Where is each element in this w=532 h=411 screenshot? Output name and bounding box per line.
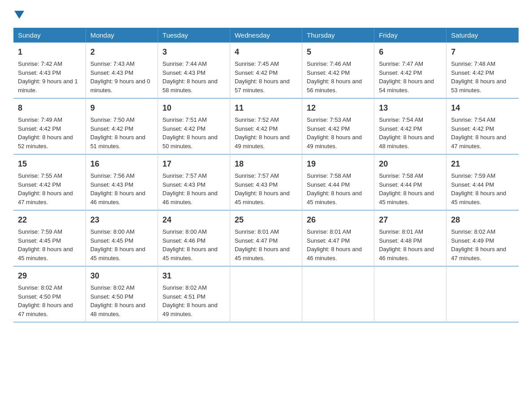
day-info: Sunrise: 7:43 AMSunset: 4:43 PMDaylight:… xyxy=(90,60,153,94)
calendar-cell: 22Sunrise: 7:59 AMSunset: 4:45 PMDayligh… xyxy=(13,210,86,266)
week-row-2: 8Sunrise: 7:49 AMSunset: 4:42 PMDaylight… xyxy=(13,98,519,154)
calendar-cell: 23Sunrise: 8:00 AMSunset: 4:45 PMDayligh… xyxy=(86,210,158,266)
day-info: Sunrise: 7:53 AMSunset: 4:42 PMDaylight:… xyxy=(307,116,369,150)
calendar-cell: 1Sunrise: 7:42 AMSunset: 4:43 PMDaylight… xyxy=(13,43,86,98)
calendar-cell: 8Sunrise: 7:49 AMSunset: 4:42 PMDaylight… xyxy=(13,98,86,154)
day-number: 1 xyxy=(18,46,81,58)
calendar-cell: 28Sunrise: 8:02 AMSunset: 4:49 PMDayligh… xyxy=(446,210,519,266)
day-info: Sunrise: 8:01 AMSunset: 4:47 PMDaylight:… xyxy=(307,227,369,262)
day-number: 12 xyxy=(307,102,369,114)
day-info: Sunrise: 7:50 AMSunset: 4:42 PMDaylight:… xyxy=(90,116,153,150)
day-number: 24 xyxy=(163,214,225,226)
day-number: 28 xyxy=(451,214,514,226)
calendar-cell: 11Sunrise: 7:52 AMSunset: 4:42 PMDayligh… xyxy=(230,98,302,154)
day-info: Sunrise: 7:56 AMSunset: 4:43 PMDaylight:… xyxy=(90,171,153,206)
weekday-header-friday: Friday xyxy=(374,28,446,43)
day-info: Sunrise: 7:44 AMSunset: 4:43 PMDaylight:… xyxy=(163,60,225,94)
weekday-header-saturday: Saturday xyxy=(446,28,519,43)
day-info: Sunrise: 7:54 AMSunset: 4:42 PMDaylight:… xyxy=(379,116,442,150)
calendar-cell: 7Sunrise: 7:48 AMSunset: 4:42 PMDaylight… xyxy=(446,43,519,98)
calendar-cell: 19Sunrise: 7:58 AMSunset: 4:44 PMDayligh… xyxy=(302,154,374,210)
logo xyxy=(13,9,24,19)
week-row-5: 29Sunrise: 8:02 AMSunset: 4:50 PMDayligh… xyxy=(13,266,519,322)
calendar-cell: 16Sunrise: 7:56 AMSunset: 4:43 PMDayligh… xyxy=(86,154,158,210)
page-header xyxy=(13,9,519,19)
day-info: Sunrise: 8:00 AMSunset: 4:46 PMDaylight:… xyxy=(163,227,225,262)
calendar-table: SundayMondayTuesdayWednesdayThursdayFrid… xyxy=(13,28,519,322)
day-number: 5 xyxy=(307,46,369,58)
calendar-cell: 4Sunrise: 7:45 AMSunset: 4:42 PMDaylight… xyxy=(230,43,302,98)
weekday-header-thursday: Thursday xyxy=(302,28,374,43)
calendar-cell xyxy=(302,266,374,322)
calendar-cell: 9Sunrise: 7:50 AMSunset: 4:42 PMDaylight… xyxy=(86,98,158,154)
day-number: 18 xyxy=(235,158,297,170)
day-number: 16 xyxy=(90,158,153,170)
day-info: Sunrise: 8:02 AMSunset: 4:51 PMDaylight:… xyxy=(163,283,225,318)
calendar-cell xyxy=(446,266,519,322)
weekday-header-wednesday: Wednesday xyxy=(230,28,302,43)
day-number: 20 xyxy=(379,158,442,170)
day-number: 13 xyxy=(379,102,442,114)
day-info: Sunrise: 7:47 AMSunset: 4:42 PMDaylight:… xyxy=(379,60,442,94)
day-number: 31 xyxy=(163,270,225,282)
day-number: 25 xyxy=(235,214,297,226)
weekday-row: SundayMondayTuesdayWednesdayThursdayFrid… xyxy=(13,28,519,43)
calendar-cell xyxy=(230,266,302,322)
calendar-cell: 18Sunrise: 7:57 AMSunset: 4:43 PMDayligh… xyxy=(230,154,302,210)
day-info: Sunrise: 7:59 AMSunset: 4:45 PMDaylight:… xyxy=(18,227,81,262)
day-info: Sunrise: 8:02 AMSunset: 4:50 PMDaylight:… xyxy=(90,283,153,318)
day-info: Sunrise: 7:49 AMSunset: 4:42 PMDaylight:… xyxy=(18,116,81,150)
calendar-cell: 26Sunrise: 8:01 AMSunset: 4:47 PMDayligh… xyxy=(302,210,374,266)
day-number: 14 xyxy=(451,102,514,114)
weekday-header-monday: Monday xyxy=(86,28,158,43)
day-info: Sunrise: 8:00 AMSunset: 4:45 PMDaylight:… xyxy=(90,227,153,262)
day-info: Sunrise: 7:52 AMSunset: 4:42 PMDaylight:… xyxy=(235,116,297,150)
day-info: Sunrise: 7:59 AMSunset: 4:44 PMDaylight:… xyxy=(451,171,514,206)
calendar-cell: 10Sunrise: 7:51 AMSunset: 4:42 PMDayligh… xyxy=(158,98,230,154)
day-number: 3 xyxy=(163,46,225,58)
calendar-cell: 12Sunrise: 7:53 AMSunset: 4:42 PMDayligh… xyxy=(302,98,374,154)
day-number: 10 xyxy=(163,102,225,114)
day-info: Sunrise: 7:45 AMSunset: 4:42 PMDaylight:… xyxy=(235,60,297,94)
day-number: 30 xyxy=(90,270,153,282)
calendar-cell: 5Sunrise: 7:46 AMSunset: 4:42 PMDaylight… xyxy=(302,43,374,98)
calendar-cell: 24Sunrise: 8:00 AMSunset: 4:46 PMDayligh… xyxy=(158,210,230,266)
day-number: 8 xyxy=(18,102,81,114)
calendar-cell: 21Sunrise: 7:59 AMSunset: 4:44 PMDayligh… xyxy=(446,154,519,210)
day-number: 15 xyxy=(18,158,81,170)
day-info: Sunrise: 7:51 AMSunset: 4:42 PMDaylight:… xyxy=(163,116,225,150)
day-number: 21 xyxy=(451,158,514,170)
day-info: Sunrise: 7:58 AMSunset: 4:44 PMDaylight:… xyxy=(307,171,369,206)
day-number: 17 xyxy=(163,158,225,170)
calendar-header: SundayMondayTuesdayWednesdayThursdayFrid… xyxy=(13,28,519,43)
day-info: Sunrise: 8:02 AMSunset: 4:50 PMDaylight:… xyxy=(18,283,81,318)
day-number: 22 xyxy=(18,214,81,226)
calendar-cell: 25Sunrise: 8:01 AMSunset: 4:47 PMDayligh… xyxy=(230,210,302,266)
day-number: 9 xyxy=(90,102,153,114)
week-row-4: 22Sunrise: 7:59 AMSunset: 4:45 PMDayligh… xyxy=(13,210,519,266)
day-number: 7 xyxy=(451,46,514,58)
calendar-cell: 29Sunrise: 8:02 AMSunset: 4:50 PMDayligh… xyxy=(13,266,86,322)
day-info: Sunrise: 7:54 AMSunset: 4:42 PMDaylight:… xyxy=(451,116,514,150)
calendar-cell: 2Sunrise: 7:43 AMSunset: 4:43 PMDaylight… xyxy=(86,43,158,98)
weekday-header-sunday: Sunday xyxy=(13,28,86,43)
week-row-3: 15Sunrise: 7:55 AMSunset: 4:42 PMDayligh… xyxy=(13,154,519,210)
calendar-cell: 20Sunrise: 7:58 AMSunset: 4:44 PMDayligh… xyxy=(374,154,446,210)
calendar-cell: 15Sunrise: 7:55 AMSunset: 4:42 PMDayligh… xyxy=(13,154,86,210)
svg-marker-0 xyxy=(14,11,24,19)
calendar-cell: 30Sunrise: 8:02 AMSunset: 4:50 PMDayligh… xyxy=(86,266,158,322)
day-number: 19 xyxy=(307,158,369,170)
day-info: Sunrise: 7:57 AMSunset: 4:43 PMDaylight:… xyxy=(235,171,297,206)
calendar-cell: 14Sunrise: 7:54 AMSunset: 4:42 PMDayligh… xyxy=(446,98,519,154)
calendar-cell xyxy=(374,266,446,322)
day-info: Sunrise: 8:01 AMSunset: 4:47 PMDaylight:… xyxy=(235,227,297,262)
day-number: 26 xyxy=(307,214,369,226)
calendar-cell: 31Sunrise: 8:02 AMSunset: 4:51 PMDayligh… xyxy=(158,266,230,322)
day-info: Sunrise: 7:57 AMSunset: 4:43 PMDaylight:… xyxy=(163,171,225,206)
day-info: Sunrise: 8:02 AMSunset: 4:49 PMDaylight:… xyxy=(451,227,514,262)
day-info: Sunrise: 7:58 AMSunset: 4:44 PMDaylight:… xyxy=(379,171,442,206)
calendar-cell: 27Sunrise: 8:01 AMSunset: 4:48 PMDayligh… xyxy=(374,210,446,266)
day-number: 2 xyxy=(90,46,153,58)
calendar-cell: 3Sunrise: 7:44 AMSunset: 4:43 PMDaylight… xyxy=(158,43,230,98)
calendar-cell: 6Sunrise: 7:47 AMSunset: 4:42 PMDaylight… xyxy=(374,43,446,98)
